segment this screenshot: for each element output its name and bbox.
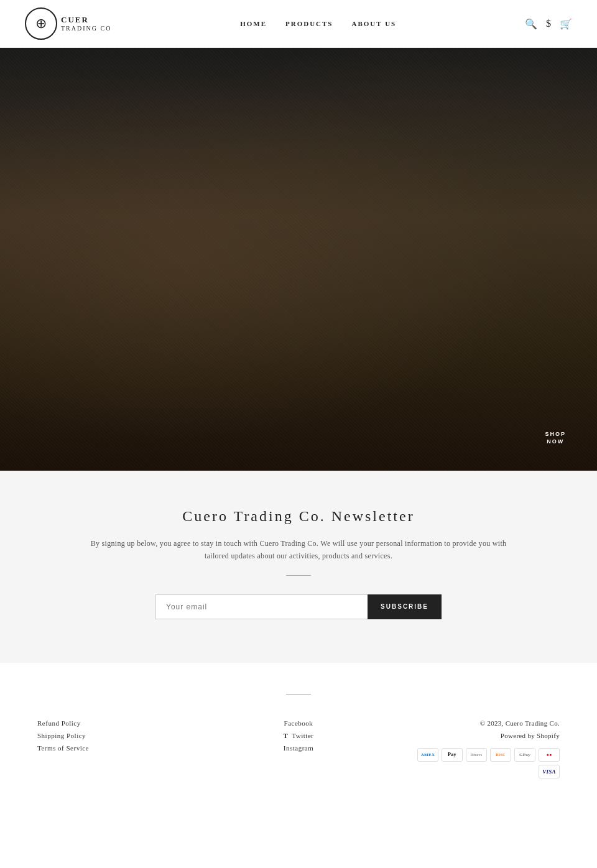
logo-top-text: CUER — [61, 16, 111, 24]
newsletter-divider — [286, 575, 311, 576]
footer-policy-links: Refund Policy Shipping Policy Terms of S… — [37, 719, 203, 752]
copyright-text: © 2023, Cuero Trading Co. — [480, 719, 560, 727]
twitter-link[interactable]: T Twitter — [284, 732, 314, 739]
shop-now-button[interactable]: SHOP NOW — [545, 430, 566, 446]
newsletter-description: By signing up below, you agree to stay i… — [87, 537, 510, 563]
refund-policy-link[interactable]: Refund Policy — [37, 719, 203, 727]
nav-home[interactable]: HOME — [240, 20, 267, 27]
diners-icon: Diners — [466, 748, 487, 762]
main-nav: HOME PRODUCTS ABOUT US — [240, 20, 396, 27]
facebook-link[interactable]: Facebook — [284, 719, 313, 727]
twitter-icon: T — [284, 732, 289, 739]
footer-right: © 2023, Cuero Trading Co. Powered by Sho… — [394, 719, 560, 778]
site-footer: Refund Policy Shipping Policy Terms of S… — [0, 663, 597, 797]
hero-overlay — [0, 48, 597, 471]
footer-divider — [286, 694, 311, 695]
email-input[interactable] — [155, 594, 368, 619]
shipping-policy-link[interactable]: Shipping Policy — [37, 732, 203, 739]
powered-by-text: Powered by Shopify — [501, 732, 560, 739]
currency-icon[interactable]: $ — [546, 18, 551, 29]
shop-now-text-line2: NOW — [545, 438, 566, 446]
logo-text: CUER TRADING CO — [61, 16, 111, 31]
search-icon[interactable]: 🔍 — [525, 18, 537, 30]
mastercard-icon: ●● — [539, 748, 560, 762]
footer-social-links: Facebook T Twitter Instagram — [216, 719, 382, 752]
shop-now-text-line1: SHOP — [545, 430, 566, 438]
applepay-icon: Pay — [442, 748, 463, 762]
nav-icons: 🔍 $ 🛒 — [525, 18, 572, 30]
newsletter-form: SUBSCRIBE — [155, 594, 442, 619]
site-header: CUER TRADING CO HOME PRODUCTS ABOUT US 🔍… — [0, 0, 597, 48]
discover-icon: DISC — [490, 748, 511, 762]
hero-section: SHOP NOW — [0, 48, 597, 471]
nav-about[interactable]: ABOUT US — [352, 20, 397, 27]
nav-products[interactable]: PRODUCTS — [285, 20, 333, 27]
newsletter-section: Cuero Trading Co. Newsletter By signing … — [0, 471, 597, 663]
gpay-icon: GPay — [514, 748, 535, 762]
logo[interactable]: CUER TRADING CO — [25, 7, 111, 40]
payment-icons: AMEX Pay Diners DISC GPay ●● VISA — [394, 748, 560, 778]
subscribe-button[interactable]: SUBSCRIBE — [368, 594, 442, 619]
newsletter-title: Cuero Trading Co. Newsletter — [25, 508, 572, 525]
footer-grid: Refund Policy Shipping Policy Terms of S… — [37, 719, 560, 778]
amex-icon: AMEX — [417, 748, 438, 762]
cart-icon[interactable]: 🛒 — [560, 18, 572, 30]
visa-icon: VISA — [539, 765, 560, 778]
logo-icon — [25, 7, 57, 40]
logo-bottom-text: TRADING CO — [61, 25, 111, 32]
instagram-link[interactable]: Instagram — [284, 744, 313, 752]
terms-link[interactable]: Terms of Service — [37, 744, 203, 752]
